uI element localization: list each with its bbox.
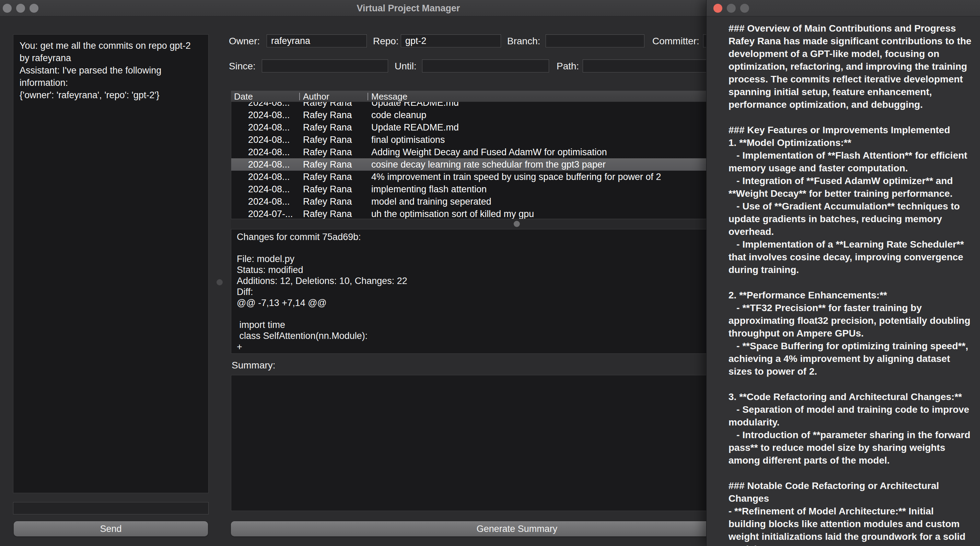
until-label: Until: <box>395 59 417 73</box>
send-button[interactable]: Send <box>14 521 208 536</box>
commit-date: 2024-08... <box>248 146 290 158</box>
commit-date: 2024-08... <box>248 195 290 208</box>
branch-field[interactable] <box>546 34 644 47</box>
column-header-date[interactable]: Date <box>234 91 253 102</box>
commit-author: Rafey Rana <box>303 109 352 121</box>
commit-date: 2024-08... <box>248 158 290 171</box>
pane-splitter-handle[interactable] <box>514 221 520 227</box>
commit-message: 4% improvement in train speed by using s… <box>371 171 661 183</box>
commit-author: Rafey Rana <box>303 146 352 158</box>
commit-message: uh the optimisation sort of killed my gp… <box>371 208 534 219</box>
until-field[interactable] <box>422 59 549 72</box>
commit-message: implementing flash attention <box>371 183 487 195</box>
chat-input[interactable] <box>13 502 208 514</box>
commit-date: 2024-08... <box>248 183 290 195</box>
owner-label: Owner: <box>229 34 260 48</box>
commit-author: Rafey Rana <box>303 195 352 208</box>
close-icon[interactable] <box>713 4 722 13</box>
commit-message: model and training seperated <box>371 195 492 208</box>
summary-label: Summary: <box>232 360 275 371</box>
main-window: Virtual Project Manager You: get me all … <box>0 0 817 546</box>
chat-log[interactable]: You: get me all the commits on repo gpt-… <box>13 34 208 493</box>
commit-date: 2024-08... <box>248 171 290 183</box>
commit-message: Update README.md <box>371 121 459 134</box>
summary-markdown-view[interactable]: ### Overview of Main Contributions and P… <box>706 17 980 546</box>
column-header-message[interactable]: Message <box>371 91 408 102</box>
path-label: Path: <box>557 59 579 73</box>
since-label: Since: <box>229 59 256 73</box>
column-separator[interactable] <box>299 93 300 100</box>
commit-message: Adding Weight Decay and Fused AdamW for … <box>371 146 607 158</box>
main-titlebar[interactable]: Virtual Project Manager <box>0 0 817 16</box>
traffic-lights <box>713 4 749 13</box>
owner-field[interactable] <box>267 34 367 47</box>
commit-date: 2024-08... <box>248 121 290 134</box>
commit-message: Update README.md <box>371 102 459 109</box>
branch-label: Branch: <box>507 34 541 48</box>
commit-author: Rafey Rana <box>303 208 352 219</box>
zoom-icon[interactable] <box>740 4 749 13</box>
commit-author: Rafey Rana <box>303 183 352 195</box>
summary-titlebar[interactable] <box>706 0 980 16</box>
committer-label: Committer: <box>652 34 699 48</box>
pane-splitter-handle[interactable] <box>216 279 223 285</box>
commit-author: Rafey Rana <box>303 102 352 109</box>
minimize-icon[interactable] <box>727 4 736 13</box>
commit-author: Rafey Rana <box>303 121 352 134</box>
window-title: Virtual Project Manager <box>0 0 817 16</box>
commit-date: 2024-07-... <box>248 208 293 219</box>
since-field[interactable] <box>262 59 388 72</box>
column-header-author[interactable]: Author <box>303 91 329 102</box>
commit-date: 2024-08... <box>248 109 290 121</box>
commit-message: final optimisations <box>371 134 445 146</box>
commit-author: Rafey Rana <box>303 158 352 171</box>
commit-date: 2024-08... <box>248 134 290 146</box>
commit-date: 2024-08... <box>248 102 290 109</box>
commit-author: Rafey Rana <box>303 171 352 183</box>
repo-field[interactable] <box>401 34 501 47</box>
summary-window: ### Overview of Main Contributions and P… <box>706 0 980 546</box>
commit-author: Rafey Rana <box>303 134 352 146</box>
repo-label: Repo: <box>373 34 399 48</box>
column-separator[interactable] <box>368 93 368 100</box>
commit-message: cosine decay learning rate schedular fro… <box>371 158 606 171</box>
summary-markdown-text: ### Overview of Main Contributions and P… <box>706 17 980 546</box>
commit-message: code cleanup <box>371 109 426 121</box>
